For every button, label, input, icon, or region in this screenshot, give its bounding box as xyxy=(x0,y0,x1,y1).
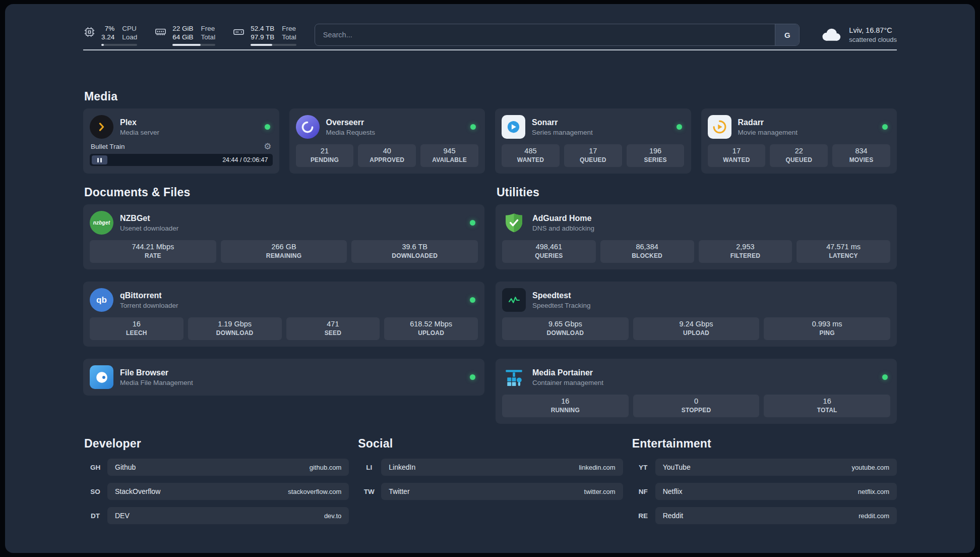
gear-icon[interactable]: ⚙ xyxy=(264,142,271,151)
stat-value: 47.571 ms xyxy=(799,243,888,251)
service-header: RadarrMovie management xyxy=(708,115,891,139)
plex-icon xyxy=(90,115,113,139)
status-dot xyxy=(470,220,475,226)
service-header: SonarrSeries management xyxy=(502,115,685,139)
stat-value: 485 xyxy=(504,147,558,155)
stat-rate: 744.21 MbpsRATE xyxy=(90,240,216,263)
bookmark-github[interactable]: GHGithubgithub.com xyxy=(83,459,349,476)
service-description: Series management xyxy=(532,129,593,136)
service-name: Overseerr xyxy=(326,118,376,127)
bookmark-name: Twitter xyxy=(389,487,409,495)
service-card-file-browser[interactable]: File BrowserMedia File Management xyxy=(83,359,484,396)
bookmark-group-entertainment: EntertainmentYTYouTubeyoutube.comNFNetfl… xyxy=(631,437,897,524)
stat-movies: 834MOVIES xyxy=(832,144,890,167)
bookmark-stackoverflow[interactable]: SOStackOverflowstackoverflow.com xyxy=(83,483,349,500)
bookmark-reddit[interactable]: RERedditreddit.com xyxy=(631,507,897,524)
bookmark-abbr: DT xyxy=(83,507,107,524)
service-header: qbqBittorrentTorrent downloader xyxy=(90,288,478,312)
cpu-readout: 7%3.24CPULoad xyxy=(101,24,137,46)
bookmark-twitter[interactable]: TWTwittertwitter.com xyxy=(357,483,623,500)
bookmark-netflix[interactable]: NFNetflixnetflix.com xyxy=(631,483,897,500)
stat-value: 1.19 Gbps xyxy=(190,320,280,328)
service-text: File BrowserMedia File Management xyxy=(120,368,193,386)
search-provider-button[interactable]: G xyxy=(775,24,799,45)
section-title-developer: Developer xyxy=(84,437,349,451)
disk-values: 52.4 TB97.9 TB xyxy=(251,24,274,41)
stat-download: 1.19 GbpsDOWNLOAD xyxy=(188,317,282,340)
search-bar[interactable]: G xyxy=(315,24,800,46)
bookmark-url: linkedin.com xyxy=(579,464,615,471)
bookmarks-area: DeveloperGHGithubgithub.comSOStackOverfl… xyxy=(83,437,897,524)
resource-label: Free xyxy=(282,24,296,33)
service-name: NZBGet xyxy=(120,214,178,223)
service-card-overseerr[interactable]: OverseerrMedia Requests21PENDING40APPROV… xyxy=(289,108,485,174)
search-input[interactable] xyxy=(315,24,775,45)
stat-value: 744.21 Mbps xyxy=(92,243,214,251)
player-progress-bar[interactable]: 24:44 / 02:06:47 xyxy=(90,154,273,166)
bookmark-youtube[interactable]: YTYouTubeyoutube.com xyxy=(631,459,897,476)
cpu-icon xyxy=(83,24,96,38)
cloud-icon xyxy=(819,27,842,43)
weather-text: Lviv, 16.87°C scattered clouds xyxy=(849,26,897,43)
section-title-social: Social xyxy=(358,437,623,451)
bookmark-url: netflix.com xyxy=(858,488,889,495)
service-name: Media Portainer xyxy=(532,368,603,377)
service-header: OverseerrMedia Requests xyxy=(296,115,479,139)
bookmark-linkedin[interactable]: LILinkedInlinkedin.com xyxy=(357,459,623,476)
stats-row: 16RUNNING0STOPPED16TOTAL xyxy=(502,395,890,417)
stat-value: 0 xyxy=(635,397,758,405)
stat-label: DOWNLOADED xyxy=(353,252,476,259)
service-header: File BrowserMedia File Management xyxy=(90,365,478,389)
bookmark-url: dev.to xyxy=(324,512,341,520)
service-header: Media PortainerContainer management xyxy=(502,365,890,389)
pause-button[interactable] xyxy=(92,155,107,164)
stat-wanted: 17WANTED xyxy=(708,144,766,167)
radarr-icon xyxy=(708,115,731,139)
stats-row: 744.21 MbpsRATE266 GBREMAINING39.6 TBDOW… xyxy=(90,240,478,263)
service-card-media-portainer[interactable]: Media PortainerContainer management16RUN… xyxy=(496,359,897,424)
speedtest-icon xyxy=(502,288,526,312)
service-description: Speedtest Tracking xyxy=(532,302,591,309)
service-text: RadarrMovie management xyxy=(738,118,798,136)
stat-value: 196 xyxy=(629,147,683,155)
stat-value: 834 xyxy=(834,147,888,155)
stat-ping: 0.993 msPING xyxy=(764,317,890,340)
service-card-qbittorrent[interactable]: qbqBittorrentTorrent downloader16LEECH1.… xyxy=(83,282,484,347)
stats-row: 485WANTED17QUEUED196SERIES xyxy=(502,144,685,167)
now-playing-title: Bullet Train xyxy=(91,143,125,150)
stat-label: TOTAL xyxy=(766,407,888,414)
stat-upload: 618.52 MbpsUPLOAD xyxy=(384,317,478,340)
service-card-plex[interactable]: PlexMedia serverBullet Train⚙24:44 / 02:… xyxy=(83,108,279,174)
disk-widget: 52.4 TB97.9 TBFreeTotal xyxy=(232,24,296,46)
bookmark-dev[interactable]: DTDEVdev.to xyxy=(83,507,349,524)
disk-progress-bar xyxy=(251,44,296,46)
stat-label: BLOCKED xyxy=(602,252,692,259)
service-card-speedtest[interactable]: SpeedtestSpeedtest Tracking9.65 GbpsDOWN… xyxy=(496,282,897,347)
resource-widgets: 7%3.24CPULoad22 GiB64 GiBFreeTotal52.4 T… xyxy=(83,24,296,46)
stat-blocked: 86,384BLOCKED xyxy=(600,240,694,263)
documents-card-stack: nzbgetNZBGetUsenet downloader744.21 Mbps… xyxy=(83,204,484,396)
bookmark-name: StackOverflow xyxy=(115,487,160,495)
section-utilities: Utilities AdGuard HomeDNS and adblocking… xyxy=(496,186,897,424)
bookmark-pill: YouTubeyoutube.com xyxy=(655,459,897,476)
service-text: NZBGetUsenet downloader xyxy=(120,214,178,232)
status-dot xyxy=(677,124,682,130)
service-card-radarr[interactable]: RadarrMovie management17WANTED22QUEUED83… xyxy=(701,108,897,174)
section-title-entertainment: Entertainment xyxy=(632,437,897,451)
service-card-adguard-home[interactable]: AdGuard HomeDNS and adblocking498,461QUE… xyxy=(496,204,897,269)
stat-value: 16 xyxy=(504,397,627,405)
stat-label: UPLOAD xyxy=(635,329,758,337)
service-card-nzbget[interactable]: nzbgetNZBGetUsenet downloader744.21 Mbps… xyxy=(83,204,484,269)
stat-seed: 471SEED xyxy=(286,317,380,340)
memory-icon xyxy=(154,24,167,38)
service-name: Sonarr xyxy=(532,118,593,127)
bookmark-abbr: YT xyxy=(631,459,655,476)
cpu-progress-fill xyxy=(101,44,104,46)
service-card-sonarr[interactable]: SonarrSeries management485WANTED17QUEUED… xyxy=(495,108,691,174)
resource-value: 3.24 xyxy=(101,33,114,41)
dashboard-panel: 7%3.24CPULoad22 GiB64 GiBFreeTotal52.4 T… xyxy=(5,4,975,553)
memory-progress-fill xyxy=(172,44,201,46)
stat-running: 16RUNNING xyxy=(502,395,629,417)
stat-pending: 21PENDING xyxy=(296,144,354,167)
service-description: Container management xyxy=(532,379,603,386)
